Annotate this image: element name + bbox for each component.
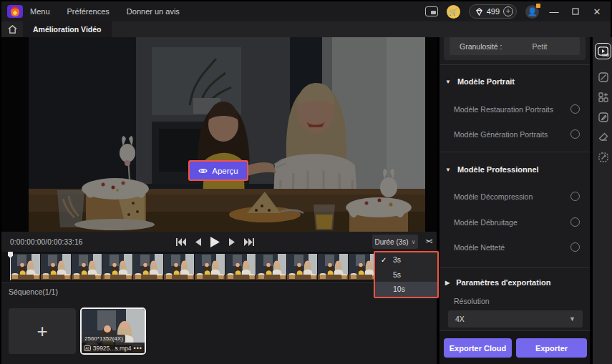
option-restauration-portraits[interactable]: Modèle Restauration Portraits: [454, 104, 580, 114]
sequence-panel: Séquence(1/1) + 2560*1352(4X) AI 39925..: [1, 282, 437, 364]
filmstrip-frame[interactable]: [287, 254, 317, 280]
compare-tool-icon[interactable]: [595, 69, 611, 85]
prev-frame-button[interactable]: [195, 238, 201, 246]
chevron-down-icon: ▼: [569, 315, 575, 323]
option-label: Modèle Restauration Portraits: [454, 105, 553, 114]
filmstrip-frame[interactable]: [102, 254, 132, 280]
filmstrip-frame[interactable]: [72, 254, 102, 280]
duration-option-label: 3s: [393, 255, 401, 264]
close-button[interactable]: ✕: [591, 6, 603, 17]
radio-unchecked-icon[interactable]: [570, 129, 580, 139]
duration-option-3s[interactable]: ✓ 3s: [375, 252, 437, 267]
timecode: 0:00:00:00/0:00:33:16: [10, 238, 83, 246]
play-button[interactable]: [210, 237, 220, 247]
section-title: Modèle Portrait: [457, 77, 515, 86]
radio-unchecked-icon[interactable]: [570, 242, 580, 252]
sequence-title: Séquence(1/1): [9, 287, 58, 296]
menu-button[interactable]: Menu: [30, 7, 50, 16]
playhead[interactable]: [8, 252, 13, 280]
export-footer: Exporter Cloud Exporter: [439, 330, 590, 364]
radio-unchecked-icon[interactable]: [570, 104, 580, 114]
mini-player-icon[interactable]: [425, 6, 438, 16]
radio-unchecked-icon[interactable]: [570, 192, 580, 201]
app-window: Menu Préférences Donner un avis 🛒 499 + …: [0, 0, 612, 364]
resolution-value: 4X: [455, 315, 465, 323]
filmstrip-frame[interactable]: [318, 254, 348, 280]
skip-end-button[interactable]: [244, 238, 254, 246]
diamond-icon: [475, 8, 483, 16]
eye-icon: [198, 167, 208, 174]
option-label: Modèle Netteté: [454, 243, 505, 252]
home-button[interactable]: [1, 21, 23, 37]
account-avatar[interactable]: 👤: [525, 5, 539, 19]
resolution-badge: 2560*1352(4X): [82, 335, 125, 343]
tab-bar: Amélioration Vidéo: [1, 21, 611, 37]
section-portrait-header[interactable]: ▼ Modèle Portrait: [445, 77, 515, 86]
granularity-row[interactable]: Granulosité : Petit: [450, 37, 580, 55]
duration-option-10s[interactable]: 10s: [375, 282, 437, 297]
notification-badge: [536, 4, 540, 8]
store-icon[interactable]: 🛒: [447, 5, 460, 19]
feedback-button[interactable]: Donner un avis: [127, 7, 180, 16]
add-clip-button[interactable]: +: [9, 308, 76, 354]
eraser-tool-icon[interactable]: [595, 129, 611, 145]
filmstrip[interactable]: [10, 254, 437, 280]
option-nettete[interactable]: Modèle Netteté: [454, 242, 580, 252]
duration-option-label: 5s: [393, 270, 401, 279]
filmstrip-frame[interactable]: [164, 254, 194, 280]
credits-count: 499: [487, 7, 500, 16]
app-logo-icon: [7, 5, 23, 18]
next-frame-button[interactable]: [229, 238, 235, 246]
duration-menu: ✓ 3s 5s 10s: [374, 251, 439, 298]
filmstrip-frame[interactable]: [256, 254, 286, 280]
section-title: Modèle Professionnel: [457, 165, 539, 174]
granularity-value: Petit: [533, 42, 548, 51]
section-title: Paramètres d'exportation: [456, 278, 550, 287]
section-export-header[interactable]: ▶ Paramètres d'exportation: [445, 278, 550, 287]
add-credits-button[interactable]: +: [503, 6, 513, 16]
minimize-button[interactable]: —: [548, 6, 560, 17]
filmstrip-frame[interactable]: [10, 254, 40, 280]
magic-select-tool-icon[interactable]: [595, 149, 611, 165]
option-label: Modèle Débruitage: [454, 218, 518, 227]
section-professionnel-header[interactable]: ▼ Modèle Professionnel: [445, 165, 539, 174]
batch-tool-icon[interactable]: [595, 89, 611, 105]
resolution-select[interactable]: 4X ▼: [448, 310, 583, 328]
trim-button[interactable]: ✂: [422, 235, 435, 249]
filmstrip-frame[interactable]: [41, 254, 71, 280]
tools-strip: UHD: [593, 37, 612, 364]
option-generation-portraits[interactable]: Modèle Génération Portraits: [454, 129, 580, 139]
duration-dropdown-button[interactable]: Durée (3s) ∨: [372, 235, 418, 249]
radio-unchecked-icon[interactable]: [570, 217, 580, 227]
clip-info-bar: AI 39925...s.mp4 •••: [82, 343, 145, 353]
ai-badge-icon: AI: [84, 345, 91, 351]
skip-start-button[interactable]: [176, 238, 186, 246]
export-cloud-button[interactable]: Exporter Cloud: [444, 338, 512, 358]
check-icon: ✓: [381, 256, 388, 264]
uhd-label: UHD: [602, 54, 609, 57]
video-enhance-tool-icon[interactable]: UHD: [595, 43, 611, 59]
filmstrip-frame[interactable]: [133, 254, 163, 280]
triangle-right-icon: ▶: [445, 280, 450, 286]
filmstrip-frame[interactable]: [195, 254, 225, 280]
preferences-button[interactable]: Préférences: [67, 7, 110, 16]
option-debruitage[interactable]: Modèle Débruitage: [454, 217, 580, 227]
preview-button[interactable]: Aperçu: [188, 160, 248, 181]
granularity-label: Granulosité :: [460, 42, 502, 51]
clip-more-button[interactable]: •••: [134, 345, 142, 352]
granularity-group: Granulosité : Petit: [444, 37, 586, 60]
preview-button-label: Aperçu: [212, 167, 238, 175]
filmstrip-frame[interactable]: [225, 254, 256, 280]
credits-pill[interactable]: 499 +: [469, 4, 517, 19]
duration-option-5s[interactable]: 5s: [375, 267, 437, 282]
maximize-button[interactable]: [569, 8, 582, 15]
playback-controls: 0:00:00:00/0:00:33:16 Durée (3s) ∨ ✂: [1, 232, 437, 252]
export-button[interactable]: Exporter: [516, 338, 587, 358]
duration-dropdown-label: Durée (3s): [374, 238, 408, 246]
tab-video-enhancement[interactable]: Amélioration Vidéo: [23, 21, 112, 37]
option-decompression[interactable]: Modèle Décompression: [454, 192, 580, 201]
home-icon: [8, 25, 17, 34]
edit-tool-icon[interactable]: [595, 109, 611, 125]
clip-thumbnail[interactable]: 2560*1352(4X) AI 39925...s.mp4 •••: [80, 308, 146, 355]
timeline[interactable]: [1, 252, 437, 282]
